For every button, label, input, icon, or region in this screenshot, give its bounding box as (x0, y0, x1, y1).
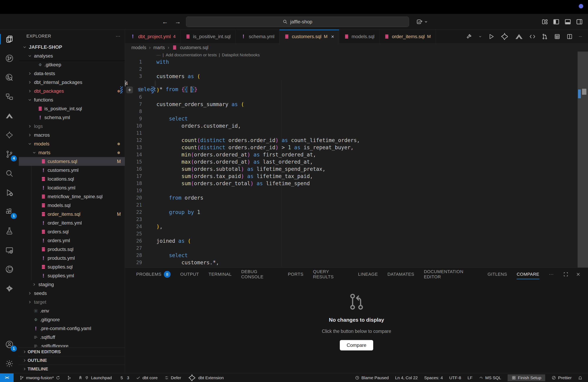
tab-customers-sql[interactable]: customers.sqlM× (279, 30, 339, 43)
codelens-more[interactable]: ··· (156, 53, 161, 57)
activitybar-testing[interactable] (0, 221, 19, 241)
status-dbt-extension-status[interactable]: dbt Extension (188, 374, 224, 382)
editor-scrollbar[interactable] (578, 52, 588, 267)
more-actions-icon[interactable]: ⋯ (579, 35, 582, 38)
close-panel-icon[interactable] (576, 272, 581, 277)
panel-tab-ports[interactable]: PORTS (288, 268, 303, 281)
explorer-item-staging[interactable]: staging (19, 280, 125, 289)
explorer-item-sqlfluff[interactable]: .sqlfluff (19, 333, 125, 342)
activitybar-github[interactable] (0, 260, 19, 279)
panel-tab-documentation-editor[interactable]: DOCUMENTATION EDITOR (424, 268, 478, 281)
code-line-27[interactable]: 27 (125, 245, 578, 252)
code-line-22[interactable]: 22 group by 1 (125, 209, 578, 216)
toggle-primary-sidebar-icon[interactable] (553, 18, 560, 25)
activitybar-extensions[interactable]: 1 (0, 202, 19, 221)
status-indentation[interactable]: Spaces: 4 (424, 375, 443, 380)
code-line-14[interactable]: 14 min(orders.ordered_at) as first_order… (125, 151, 578, 158)
code-line-8[interactable]: 8 (125, 108, 578, 115)
code-line-3[interactable]: 3customers as ( (125, 73, 578, 80)
explorer-item-is-positive-int-sql[interactable]: is_positive_int.sql (19, 104, 125, 113)
copilot-icon[interactable] (416, 18, 423, 25)
code-line-15[interactable]: 15 max(orders.ordered_at) as last_ordere… (125, 158, 578, 165)
explorer-item-models-sql[interactable]: models.sql (19, 201, 125, 210)
codelens-link-docs[interactable]: Add documentation or tests (166, 53, 217, 57)
status-prettier-status[interactable]: Prettier (552, 375, 572, 380)
explorer-item-locations-sql[interactable]: locations.sql (19, 175, 125, 183)
explorer-item-gitignore[interactable]: .gitignore (19, 315, 125, 324)
explorer-item-locations-yml[interactable]: !locations.yml (19, 183, 125, 192)
code-line-19[interactable]: 19 (125, 187, 578, 194)
chevron-down-icon[interactable] (424, 20, 428, 24)
panel-tab-debug-console[interactable]: DEBUG CONSOLE (241, 268, 278, 281)
explorer-item-target[interactable]: target (19, 298, 125, 306)
activitybar-altimate[interactable] (0, 106, 19, 125)
code-line-5[interactable]: 5) (125, 86, 578, 94)
panel-tab-datamates[interactable]: DATAMATES (387, 268, 414, 281)
maximize-panel-icon[interactable] (563, 272, 568, 277)
tab-dbt-project-yml[interactable]: !dbt_project.yml4 (125, 30, 181, 43)
explorer-item-metricflow-time-spine-sql[interactable]: metricflow_time_spine.sql (19, 192, 125, 201)
views-more-actions-icon[interactable]: ··· (116, 34, 120, 39)
activitybar-lineage-view[interactable] (0, 87, 19, 106)
command-center-search[interactable]: jaffle-shop (186, 17, 409, 27)
explorer-item-sqlfluffignore[interactable]: .sqlfluffignore (19, 342, 125, 347)
code-line-28[interactable]: 28 select (125, 252, 578, 259)
explorer-item-schema-yml[interactable]: !schema.yml (19, 113, 125, 122)
run-query-button[interactable] (488, 33, 494, 40)
code-line-29[interactable]: 29 customers.*, (125, 259, 578, 266)
status-language-mode[interactable]: MS SQL (479, 375, 501, 380)
explorer-item-dbt-internal-packages[interactable]: dbt_internal_packages (19, 78, 125, 87)
activitybar-explorer[interactable] (0, 30, 19, 49)
codelens-link-datapilot[interactable]: Datapilot Notebooks (222, 53, 260, 57)
panel-tab-output[interactable]: OUTPUT (180, 268, 199, 281)
status-graph-status[interactable] (67, 376, 71, 380)
activitybar-source-control[interactable]: 4 (0, 145, 19, 164)
build-tools-button[interactable] (466, 33, 472, 40)
explorer-item-customers-sql[interactable]: customers.sqlM (19, 157, 125, 166)
explorer-item-env[interactable]: .env (19, 306, 125, 315)
activitybar-git-search[interactable] (0, 68, 19, 87)
explorer-item-data-tests[interactable]: data-tests (19, 69, 125, 78)
sidebar-section-open-editors[interactable]: OPEN EDITORS (19, 347, 125, 356)
build-tools-dropdown-icon[interactable] (478, 35, 482, 38)
code-line-13[interactable]: 13 count(distinct orders.order_id) > 1 a… (125, 144, 578, 151)
panel-tab-terminal[interactable]: TERMINAL (209, 268, 231, 281)
code-line-6[interactable]: 6 (125, 94, 578, 101)
status-finish-setup[interactable]: Finish Setup (508, 374, 546, 381)
activitybar-dbt-view[interactable] (0, 279, 19, 298)
explorer-item-customers-yml[interactable]: !customers.yml (19, 166, 125, 175)
close-icon[interactable]: × (331, 34, 334, 40)
status-blame-status[interactable]: Blame Paused (355, 375, 389, 380)
activitybar-accounts[interactable]: 1 (0, 335, 19, 354)
code-line-2[interactable]: 2 (125, 66, 578, 73)
tab-models-sql[interactable]: models.sql (339, 30, 379, 43)
panel-tab-problems[interactable]: PROBLEMS8 (136, 268, 171, 281)
explorer-item-supplies-yml[interactable]: !supplies.yml (19, 271, 125, 280)
breadcrumb-item-marts[interactable]: marts (153, 45, 165, 50)
customize-layout-icon[interactable] (542, 19, 548, 25)
panel-tab-query-results[interactable]: QUERY RESULTS (313, 268, 348, 281)
activitybar-run-and-debug[interactable] (0, 183, 19, 202)
explorer-item-gitkeep[interactable]: .gitkeep (19, 60, 125, 69)
panel-tab-gitlens[interactable]: GITLENS (488, 268, 507, 281)
explorer-item-analyses[interactable]: analyses (19, 52, 125, 60)
tab-order-items-sql[interactable]: order_items.sqlM (379, 30, 436, 43)
tab-schema-yml[interactable]: !schema.yml (236, 30, 279, 43)
code-line-17[interactable]: 17 sum(orders.tax_paid) as lifetime_tax_… (125, 173, 578, 180)
status-eol[interactable]: LF (468, 375, 473, 380)
explorer-item-dbt-packages[interactable]: dbt_packages (19, 87, 125, 96)
explorer-item-products-sql[interactable]: products.sql (19, 245, 125, 254)
code-line-18[interactable]: 18 sum(orders.order_total) as lifetime_s… (125, 180, 578, 187)
code-line-23[interactable]: 23 (125, 216, 578, 223)
code-line-20[interactable]: 20 from orders (125, 194, 578, 201)
explorer-item-functions[interactable]: functions (19, 96, 125, 104)
status-branch-status[interactable]: mwong-fusion* (20, 375, 60, 380)
code-line-10[interactable]: 10 orders.customer_id, (125, 122, 578, 130)
explorer-item-orders-sql[interactable]: orders.sql (19, 227, 125, 236)
tab-is-positive-int-sql[interactable]: is_positive_int.sql (181, 30, 236, 43)
sidebar-section-timeline[interactable]: TIMELINE (19, 365, 125, 373)
code-line-21[interactable]: 21 (125, 201, 578, 209)
code-line-24[interactable]: 24), (125, 223, 578, 230)
code-line-4[interactable]: 4+ select * from {{ }} (125, 80, 126, 86)
explorer-item-products-yml[interactable]: !products.yml (19, 254, 125, 263)
